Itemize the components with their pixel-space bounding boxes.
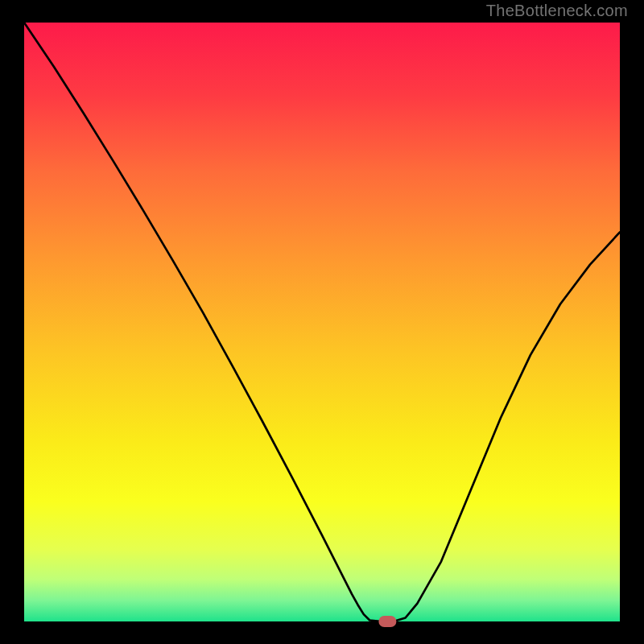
bottleneck-chart <box>0 0 644 644</box>
svg-rect-1 <box>378 616 396 627</box>
chart-frame: TheBottleneck.com <box>0 0 644 644</box>
svg-rect-0 <box>24 23 620 621</box>
watermark-text: TheBottleneck.com <box>486 2 628 20</box>
